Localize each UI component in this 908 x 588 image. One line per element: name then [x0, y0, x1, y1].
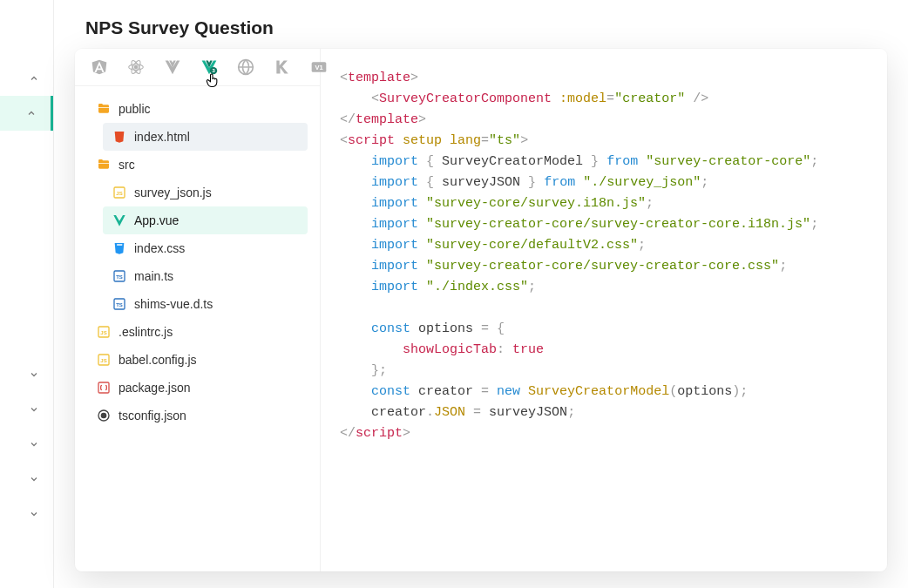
framework-tab-knockout[interactable] [274, 57, 291, 77]
vue-icon [112, 213, 127, 228]
svg-text:TS: TS [116, 274, 123, 280]
code-line: import { surveyJSON } from "./survey_jso… [340, 172, 887, 193]
code-line: </template> [340, 110, 887, 131]
code-line: import "survey-core/defaultV2.css"; [340, 235, 887, 256]
svg-point-20 [101, 413, 105, 417]
sidebar-item-5[interactable] [0, 462, 53, 497]
file-label: babel.config.js [119, 353, 197, 367]
file-label: package.json [119, 381, 191, 395]
code-line: }; [340, 361, 887, 382]
folder-icon [96, 157, 112, 172]
page-header: NPS Survey Question [54, 0, 908, 49]
css-icon [112, 240, 127, 256]
svg-rect-18 [98, 382, 109, 393]
folder-src[interactable]: src [87, 151, 308, 179]
file-main-ts[interactable]: TSmain.ts [103, 262, 308, 290]
code-line [340, 298, 887, 319]
file-shims-vue-d-ts[interactable]: TSshims-vue.d.ts [103, 290, 308, 318]
code-line: showLogicTab: true [340, 340, 887, 361]
file-index-html[interactable]: index.html [103, 123, 308, 151]
svg-text:TS: TS [116, 302, 123, 308]
file-babel-config-js[interactable]: JSbabel.config.js [87, 346, 308, 374]
sandbox-panel: 3V1 publicindex.htmlsrcJSsurvey_json.jsA… [75, 49, 887, 571]
sidebar-item-6[interactable] [0, 497, 53, 531]
file-label: public [119, 102, 151, 116]
sidebar-item-1[interactable] [0, 96, 53, 131]
json-icon [96, 380, 112, 395]
code-line: const options = { [340, 319, 887, 340]
sidebar-item-0[interactable] [0, 61, 53, 96]
ts-icon [96, 408, 112, 423]
file--eslintrc-js[interactable]: JS.eslintrc.js [87, 318, 308, 346]
code-line: import { SurveyCreatorModel } from "surv… [340, 152, 887, 172]
code-line: import "survey-creator-core/survey-creat… [340, 214, 887, 235]
svg-point-0 [134, 65, 137, 68]
file-package-json[interactable]: package.json [87, 374, 308, 402]
file-tsconfig-json[interactable]: tsconfig.json [87, 402, 308, 429]
file-label: survey_json.js [134, 186, 212, 199]
file-label: App.vue [134, 213, 179, 227]
framework-tab-js[interactable] [237, 57, 254, 77]
framework-tab-vue3[interactable]: 3 [200, 57, 218, 77]
code-line: import "survey-core/survey.i18n.js"; [340, 193, 887, 214]
html5-icon [112, 129, 127, 145]
code-line: </script> [340, 423, 887, 444]
folder-public[interactable]: public [87, 95, 308, 123]
framework-tab-angular[interactable] [91, 57, 108, 77]
file-label: main.ts [134, 269, 173, 283]
code-line: import "./index.css"; [340, 277, 887, 298]
js-icon: JS [112, 185, 127, 200]
file-label: src [119, 158, 135, 172]
file-index-css[interactable]: index.css [103, 234, 308, 262]
code-line: creator.JSON = surveyJSON; [340, 402, 887, 423]
file-tree: publicindex.htmlsrcJSsurvey_json.jsApp.v… [75, 86, 320, 571]
file-app-vue[interactable]: App.vue [103, 206, 308, 234]
js-icon: JS [96, 352, 112, 368]
sidebar-item-2[interactable] [0, 357, 53, 392]
tsb-icon: TS [112, 296, 127, 312]
js-icon: JS [96, 324, 112, 340]
file-label: index.html [134, 130, 190, 144]
svg-text:V1: V1 [315, 64, 322, 71]
left-sidebar [0, 0, 54, 588]
code-editor[interactable]: <template> <SurveyCreatorComponent :mode… [321, 49, 887, 571]
file-label: .eslintrc.js [119, 325, 173, 339]
tsb-icon: TS [112, 268, 127, 284]
code-line: import "survey-creator-core/survey-creat… [340, 256, 887, 277]
framework-tab-vue[interactable] [164, 57, 181, 77]
file-survey-json-js[interactable]: JSsurvey_json.js [103, 179, 308, 206]
folder-icon [96, 101, 112, 117]
file-label: tsconfig.json [119, 409, 186, 422]
sidebar-item-3[interactable] [0, 392, 53, 427]
file-label: shims-vue.d.ts [134, 297, 213, 311]
svg-text:JS: JS [116, 191, 122, 196]
code-line: <script setup lang="ts"> [340, 131, 887, 152]
svg-text:JS: JS [100, 330, 106, 335]
framework-tab-v1[interactable]: V1 [310, 57, 328, 77]
sidebar-item-4[interactable] [0, 427, 53, 462]
file-label: index.css [134, 241, 185, 255]
code-line: const creator = new SurveyCreatorModel(o… [340, 382, 887, 402]
code-line: <SurveyCreatorComponent :model="creator"… [340, 89, 887, 110]
svg-text:JS: JS [100, 358, 106, 363]
framework-tabs: 3V1 [75, 49, 320, 86]
code-line: <template> [340, 68, 887, 89]
page-title: NPS Survey Question [85, 17, 877, 38]
framework-tab-react[interactable] [127, 57, 145, 77]
